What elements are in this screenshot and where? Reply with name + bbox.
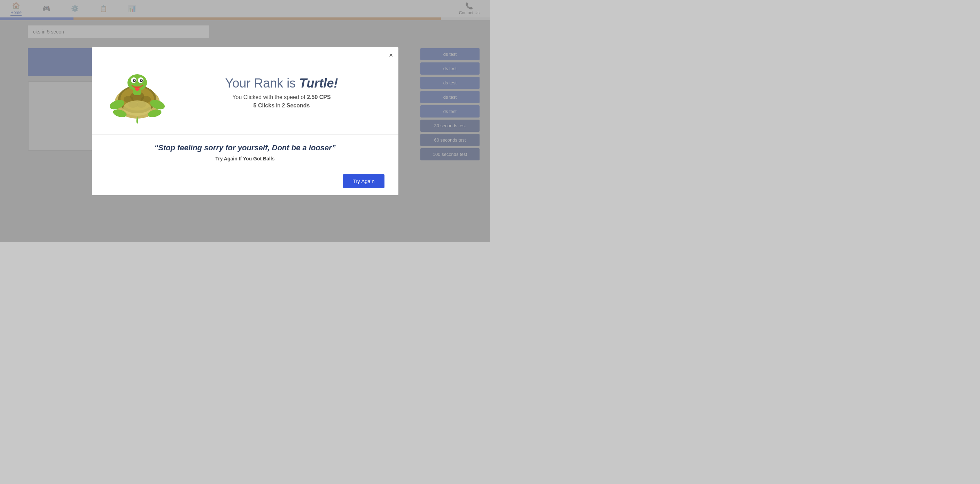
result-modal: × <box>92 47 398 195</box>
turtle-image <box>102 58 172 127</box>
rank-speed: You Clicked with the speed of 2.50 CPS <box>179 94 385 101</box>
sub-quote: Try Again If You Got Balls <box>106 156 385 161</box>
clicks-count: 5 Clicks <box>253 102 274 109</box>
speed-value: 2.50 CPS <box>307 94 331 100</box>
speed-text: You Clicked with the speed of <box>232 94 305 100</box>
modal-bottom-section: Try Again <box>92 167 398 195</box>
modal-top-section: Your Rank is Turtle! You Clicked with th… <box>92 47 398 134</box>
svg-point-14 <box>134 80 135 81</box>
motivational-quote: “Stop feeling sorry for yourself, Dont b… <box>106 143 385 152</box>
svg-point-15 <box>141 80 142 81</box>
modal-overlay: × <box>0 0 490 242</box>
rank-prefix: Your Rank is <box>225 76 296 90</box>
rank-info: Your Rank is Turtle! You Clicked with th… <box>172 76 385 109</box>
modal-middle-section: “Stop feeling sorry for yourself, Dont b… <box>92 134 398 167</box>
rank-title: Your Rank is Turtle! <box>179 76 385 91</box>
try-again-button[interactable]: Try Again <box>343 174 385 188</box>
rank-name: Turtle! <box>299 76 338 90</box>
rank-clicks: 5 Clicks in 2 Seconds <box>179 102 385 109</box>
clicks-in: in <box>276 102 282 109</box>
svg-point-16 <box>135 88 140 91</box>
svg-point-21 <box>123 101 151 116</box>
modal-close-button[interactable]: × <box>389 51 393 59</box>
clicks-time: 2 Seconds <box>282 102 310 109</box>
